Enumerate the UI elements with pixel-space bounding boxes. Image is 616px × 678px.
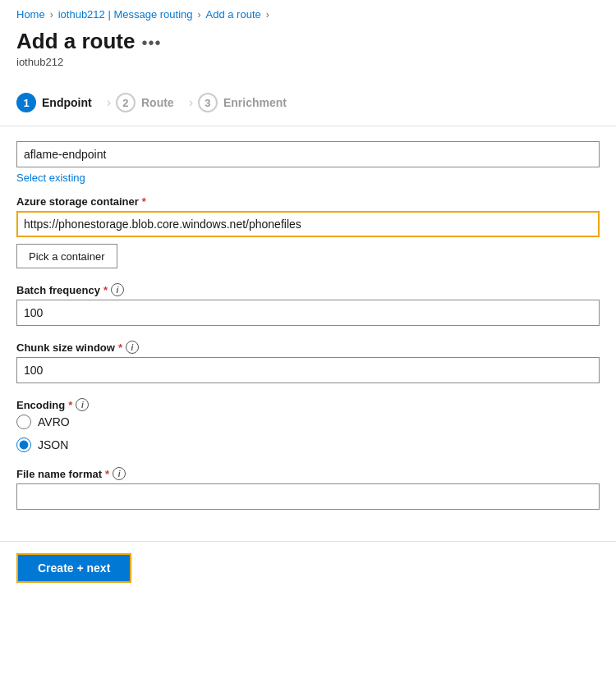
step-label-enrichment: Enrichment xyxy=(223,96,287,109)
step-divider-2: › xyxy=(189,95,193,110)
encoding-label: Encoding * i xyxy=(16,398,600,411)
required-star-filename: * xyxy=(105,468,109,480)
endpoint-input[interactable] xyxy=(16,141,600,167)
step-label-route: Route xyxy=(141,96,174,109)
file-name-format-input[interactable] xyxy=(16,483,600,510)
pick-container-button[interactable]: Pick a container xyxy=(16,244,117,268)
create-next-button[interactable]: Create + next xyxy=(16,553,131,583)
endpoint-section: Select existing xyxy=(16,141,600,184)
breadcrumb-sep-3: › xyxy=(266,9,269,21)
page-header: Add a route ••• iothub212 xyxy=(0,25,616,76)
content-area: Select existing Azure storage container … xyxy=(0,141,616,541)
encoding-avro-option[interactable]: AVRO xyxy=(16,415,600,429)
encoding-json-option[interactable]: JSON xyxy=(16,437,600,452)
wizard-steps: 1 Endpoint › 2 Route › 3 Enrichment xyxy=(0,76,616,126)
chunk-size-label: Chunk size window * i xyxy=(16,341,600,354)
step-circle-3: 3 xyxy=(198,93,218,112)
more-options-icon[interactable]: ••• xyxy=(141,34,161,53)
azure-storage-url-input[interactable] xyxy=(16,211,600,237)
required-star-storage: * xyxy=(142,195,146,208)
encoding-radio-group: AVRO JSON xyxy=(16,415,600,452)
breadcrumb-iothub[interactable]: iothub212 | Message routing xyxy=(58,8,193,21)
select-existing-link[interactable]: Select existing xyxy=(16,172,85,184)
page-subtitle: iothub212 xyxy=(16,56,600,68)
batch-frequency-label: Batch frequency * i xyxy=(16,283,600,296)
chunk-size-info-icon[interactable]: i xyxy=(126,341,139,354)
file-name-format-info-icon[interactable]: i xyxy=(113,467,126,480)
chunk-size-input[interactable] xyxy=(16,357,600,383)
required-star-encoding: * xyxy=(68,399,72,411)
batch-frequency-section: Batch frequency * i xyxy=(16,283,600,326)
batch-frequency-info-icon[interactable]: i xyxy=(111,283,124,296)
encoding-json-label: JSON xyxy=(38,438,68,451)
page-title: Add a route xyxy=(16,29,135,54)
step-label-endpoint: Endpoint xyxy=(42,96,92,109)
step-circle-2: 2 xyxy=(116,93,136,112)
required-star-chunk: * xyxy=(118,341,122,354)
chunk-size-section: Chunk size window * i xyxy=(16,341,600,383)
breadcrumb-home[interactable]: Home xyxy=(16,8,45,21)
encoding-json-radio[interactable] xyxy=(16,437,31,452)
footer: Create + next xyxy=(0,541,616,594)
azure-storage-section: Azure storage container * Pick a contain… xyxy=(16,195,600,268)
batch-frequency-input[interactable] xyxy=(16,300,600,326)
encoding-section: Encoding * i AVRO JSON xyxy=(16,398,600,452)
wizard-step-enrichment[interactable]: 3 Enrichment xyxy=(198,88,297,117)
file-name-format-section: File name format * i xyxy=(16,467,600,510)
step-divider-1: › xyxy=(107,95,111,110)
encoding-avro-label: AVRO xyxy=(38,415,70,428)
step-circle-1: 1 xyxy=(16,93,36,112)
wizard-step-route[interactable]: 2 Route xyxy=(116,88,184,117)
required-star-batch: * xyxy=(103,284,108,296)
breadcrumb-add-route[interactable]: Add a route xyxy=(206,8,261,21)
azure-storage-label: Azure storage container * xyxy=(16,195,600,208)
file-name-format-label: File name format * i xyxy=(16,467,600,480)
breadcrumb: Home › iothub212 | Message routing › Add… xyxy=(0,0,616,25)
encoding-avro-radio[interactable] xyxy=(16,415,31,429)
breadcrumb-sep-1: › xyxy=(50,9,53,21)
encoding-info-icon[interactable]: i xyxy=(76,398,89,411)
breadcrumb-sep-2: › xyxy=(198,9,201,21)
wizard-step-endpoint[interactable]: 1 Endpoint xyxy=(16,88,102,117)
